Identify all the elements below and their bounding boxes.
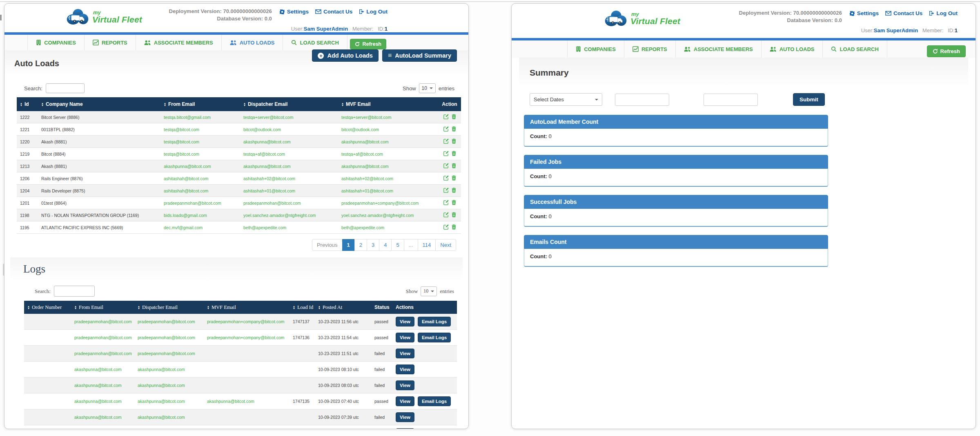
cell-dispatcher-email[interactable]: pradeepanmohan@bitcot.com <box>240 197 338 209</box>
delete-icon[interactable] <box>452 126 456 132</box>
col-header-dispatcher-email[interactable]: ▲▼Dispatcher Email <box>134 301 204 314</box>
cell-mvf-email[interactable] <box>204 378 290 394</box>
delete-icon[interactable] <box>452 224 456 230</box>
cell-mvf-email[interactable]: akashpunna@bitcot.com <box>204 394 290 409</box>
col-header-from-email[interactable]: ▲▼From Email <box>160 97 240 111</box>
cell-dispatcher-email[interactable]: akashpunna@bitcot.com <box>134 425 204 429</box>
cell-from-email[interactable]: testqa@bitcot.com <box>160 148 240 160</box>
cell-mvf-email[interactable] <box>204 425 290 429</box>
pagination-page[interactable]: 3 <box>367 239 379 251</box>
cell-from-email[interactable]: pradeepanmohan@bitcot.com <box>71 314 134 330</box>
email-logs-button[interactable]: Email Logs <box>418 333 451 342</box>
cell-from-email[interactable]: testqa@bitcot.com <box>160 136 240 148</box>
autoload-summary-button[interactable]: ≡ AutoLoad Summary <box>382 49 457 62</box>
edit-icon[interactable] <box>443 212 449 218</box>
pagination-page[interactable]: 4 <box>379 239 392 251</box>
cell-mvf-email[interactable]: testqa+server@bitcot.com <box>338 111 438 123</box>
refresh-button[interactable]: Refresh <box>927 45 966 57</box>
contact-us-link[interactable]: Contact Us <box>885 10 922 16</box>
cell-dispatcher-email[interactable]: bitcot@outlook.com <box>240 123 338 136</box>
pagination-page[interactable]: 114 <box>418 239 436 251</box>
col-header-id[interactable]: ▲▼Id <box>17 97 38 111</box>
delete-icon[interactable] <box>452 163 456 169</box>
cell-dispatcher-email[interactable]: yoel.sanchez-amador@ntgfreight.com <box>240 209 338 221</box>
brand-logo[interactable]: my Virtual Fleet <box>66 8 142 26</box>
col-header-dispatcher-email[interactable]: ▲▼Dispatcher Email <box>240 97 338 111</box>
edit-icon[interactable] <box>443 175 449 181</box>
logout-link[interactable]: Log Out <box>359 9 388 15</box>
delete-icon[interactable] <box>452 175 456 181</box>
nav-item-companies[interactable]: COMPANIES <box>27 35 84 50</box>
cell-mvf-email[interactable] <box>204 409 290 425</box>
cell-dispatcher-email[interactable]: pradeepanmohan@bitcot.com <box>134 346 204 362</box>
brand-logo[interactable]: my Virtual Fleet <box>604 9 680 27</box>
delete-icon[interactable] <box>452 151 456 157</box>
view-button[interactable]: View <box>396 380 414 390</box>
cell-mvf-email[interactable]: yoel.sanchez-amador@ntgfreight.com <box>338 209 438 221</box>
cell-dispatcher-email[interactable]: akashpunna@bitcot.com <box>134 378 204 394</box>
cell-from-email[interactable]: ashitashah@bitcot.com <box>160 172 240 185</box>
start-date-input[interactable] <box>615 94 669 106</box>
view-button[interactable]: View <box>396 333 414 342</box>
col-header-from-email[interactable]: ▲▼From Email <box>71 301 134 314</box>
cell-dispatcher-email[interactable]: ashitashah+02@bitcot.com <box>240 172 338 185</box>
col-header-order-number[interactable]: ▲▼Order Number <box>24 301 71 314</box>
nav-item-auto-loads[interactable]: AUTO LOADS <box>761 40 823 58</box>
nav-item-load-search[interactable]: LOAD SEARCH <box>822 40 887 58</box>
email-logs-button[interactable]: Email Logs <box>418 317 451 326</box>
nav-item-reports[interactable]: REPORTS <box>624 40 675 58</box>
cell-mvf-email[interactable]: akashpunna@bitcot.com <box>338 160 438 172</box>
logs-search-input[interactable] <box>54 286 95 297</box>
pagination-next[interactable]: Next <box>435 239 456 251</box>
logout-link[interactable]: Log Out <box>929 10 958 16</box>
view-button[interactable]: View <box>396 364 414 374</box>
nav-item-companies[interactable]: COMPANIES <box>567 40 624 58</box>
pagination-page[interactable]: 1 <box>342 239 355 251</box>
end-date-input[interactable] <box>704 94 758 106</box>
view-button[interactable]: View <box>396 428 414 429</box>
delete-icon[interactable] <box>452 200 456 206</box>
cell-from-email[interactable]: akashpunna@bitcot.com <box>71 425 134 429</box>
delete-icon[interactable] <box>452 139 456 145</box>
cell-from-email[interactable]: pradeepanmohan@bitcot.com <box>71 346 134 362</box>
cell-from-email[interactable]: akashpunna@bitcot.com <box>71 409 134 425</box>
col-header-posted-at[interactable]: ▲▼Posted At <box>315 301 371 314</box>
cell-from-email[interactable]: pradeepanmohan@bitcot.com <box>160 197 240 209</box>
settings-link[interactable]: Settings <box>849 10 879 16</box>
cell-from-email[interactable]: ashitashah@bitcot.com <box>160 185 240 197</box>
cell-mvf-email[interactable]: pradeepanmohan+company@bitcot.com <box>204 314 290 330</box>
view-button[interactable]: View <box>396 412 414 422</box>
edit-icon[interactable] <box>443 126 449 132</box>
pagination-page[interactable]: 2 <box>354 239 367 251</box>
delete-icon[interactable] <box>452 188 456 194</box>
col-header-load-id[interactable]: ▲▼Load Id <box>290 301 315 314</box>
cell-from-email[interactable]: pradeepanmohan@bitcot.com <box>71 330 134 346</box>
edit-icon[interactable] <box>443 114 449 120</box>
cell-mvf-email[interactable]: ashitashah+01@bitcot.com <box>338 185 438 197</box>
cell-dispatcher-email[interactable]: pradeepanmohan@bitcot.com <box>134 314 204 330</box>
cell-mvf-email[interactable] <box>204 346 290 362</box>
delete-icon[interactable] <box>452 212 456 218</box>
edit-icon[interactable] <box>443 188 449 194</box>
pagination-previous[interactable]: Previous <box>312 239 343 251</box>
cell-from-email[interactable]: akashpunna@bitcot.com <box>71 378 134 394</box>
edit-icon[interactable] <box>443 139 449 145</box>
cell-from-email[interactable]: akashpunna@bitcot.com <box>160 160 240 172</box>
add-auto-loads-button[interactable]: + Add Auto Loads <box>312 49 378 62</box>
cell-dispatcher-email[interactable]: pradeepanmohan@bitcot.com <box>134 330 204 346</box>
cell-from-email[interactable]: testqa.bitcot@gmail.com <box>160 111 240 123</box>
edit-icon[interactable] <box>443 163 449 169</box>
cell-dispatcher-email[interactable]: akashpunna@bitcot.com <box>240 160 338 172</box>
email-logs-button[interactable]: Email Logs <box>418 396 451 406</box>
submit-button[interactable]: Submit <box>793 93 825 106</box>
cell-from-email[interactable]: akashpunna@bitcot.com <box>71 362 134 378</box>
view-button[interactable]: View <box>396 396 414 406</box>
edit-icon[interactable] <box>443 224 449 230</box>
cell-from-email[interactable]: testqa@bitcot.com <box>160 123 240 136</box>
date-range-select[interactable]: Select Dates <box>530 93 602 106</box>
col-header-mvf-email[interactable]: ▲▼MVF Email <box>338 97 438 111</box>
view-button[interactable]: View <box>396 317 414 326</box>
cell-dispatcher-email[interactable]: ashitashah+01@bitcot.com <box>240 185 338 197</box>
nav-item-reports[interactable]: REPORTS <box>84 35 136 50</box>
col-header-company[interactable]: ▲▼Company Name <box>38 97 160 111</box>
